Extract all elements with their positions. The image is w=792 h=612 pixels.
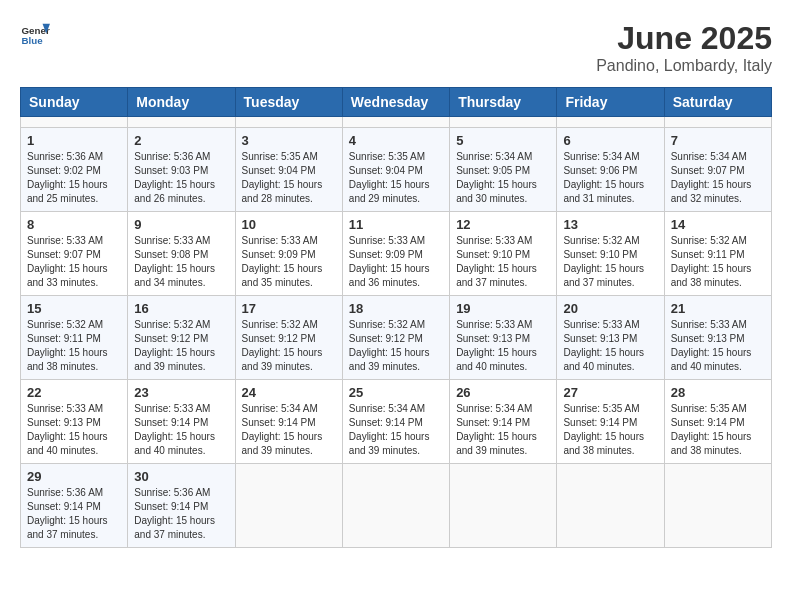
day-number: 3 <box>242 133 336 148</box>
calendar-cell: 22Sunrise: 5:33 AMSunset: 9:13 PMDayligh… <box>21 380 128 464</box>
calendar-week-4: 15Sunrise: 5:32 AMSunset: 9:11 PMDayligh… <box>21 296 772 380</box>
day-info: Sunrise: 5:35 AMSunset: 9:04 PMDaylight:… <box>349 150 443 206</box>
day-info: Sunrise: 5:33 AMSunset: 9:13 PMDaylight:… <box>456 318 550 374</box>
weekday-header-thursday: Thursday <box>450 88 557 117</box>
calendar-cell: 3Sunrise: 5:35 AMSunset: 9:04 PMDaylight… <box>235 128 342 212</box>
calendar-week-2: 1Sunrise: 5:36 AMSunset: 9:02 PMDaylight… <box>21 128 772 212</box>
calendar-cell <box>557 117 664 128</box>
day-info: Sunrise: 5:34 AMSunset: 9:14 PMDaylight:… <box>456 402 550 458</box>
calendar-cell <box>128 117 235 128</box>
day-info: Sunrise: 5:33 AMSunset: 9:10 PMDaylight:… <box>456 234 550 290</box>
calendar-cell: 19Sunrise: 5:33 AMSunset: 9:13 PMDayligh… <box>450 296 557 380</box>
day-info: Sunrise: 5:36 AMSunset: 9:14 PMDaylight:… <box>134 486 228 542</box>
day-number: 24 <box>242 385 336 400</box>
day-number: 16 <box>134 301 228 316</box>
weekday-header-sunday: Sunday <box>21 88 128 117</box>
day-info: Sunrise: 5:33 AMSunset: 9:14 PMDaylight:… <box>134 402 228 458</box>
calendar-cell <box>21 117 128 128</box>
calendar-cell <box>557 464 664 548</box>
day-number: 19 <box>456 301 550 316</box>
calendar-cell: 26Sunrise: 5:34 AMSunset: 9:14 PMDayligh… <box>450 380 557 464</box>
calendar-week-1 <box>21 117 772 128</box>
calendar-cell: 15Sunrise: 5:32 AMSunset: 9:11 PMDayligh… <box>21 296 128 380</box>
logo-icon: General Blue <box>20 20 50 50</box>
calendar-cell: 16Sunrise: 5:32 AMSunset: 9:12 PMDayligh… <box>128 296 235 380</box>
calendar-cell: 6Sunrise: 5:34 AMSunset: 9:06 PMDaylight… <box>557 128 664 212</box>
calendar-cell <box>235 117 342 128</box>
day-number: 25 <box>349 385 443 400</box>
day-info: Sunrise: 5:32 AMSunset: 9:12 PMDaylight:… <box>242 318 336 374</box>
day-number: 12 <box>456 217 550 232</box>
day-number: 29 <box>27 469 121 484</box>
calendar-title: June 2025 <box>596 20 772 57</box>
day-info: Sunrise: 5:33 AMSunset: 9:13 PMDaylight:… <box>563 318 657 374</box>
day-info: Sunrise: 5:33 AMSunset: 9:08 PMDaylight:… <box>134 234 228 290</box>
calendar-table: SundayMondayTuesdayWednesdayThursdayFrid… <box>20 87 772 548</box>
day-info: Sunrise: 5:36 AMSunset: 9:03 PMDaylight:… <box>134 150 228 206</box>
calendar-cell: 30Sunrise: 5:36 AMSunset: 9:14 PMDayligh… <box>128 464 235 548</box>
day-number: 13 <box>563 217 657 232</box>
calendar-cell: 7Sunrise: 5:34 AMSunset: 9:07 PMDaylight… <box>664 128 771 212</box>
day-info: Sunrise: 5:35 AMSunset: 9:14 PMDaylight:… <box>563 402 657 458</box>
calendar-cell: 1Sunrise: 5:36 AMSunset: 9:02 PMDaylight… <box>21 128 128 212</box>
day-number: 21 <box>671 301 765 316</box>
day-number: 20 <box>563 301 657 316</box>
weekday-header-saturday: Saturday <box>664 88 771 117</box>
calendar-cell <box>342 464 449 548</box>
calendar-cell: 17Sunrise: 5:32 AMSunset: 9:12 PMDayligh… <box>235 296 342 380</box>
calendar-week-3: 8Sunrise: 5:33 AMSunset: 9:07 PMDaylight… <box>21 212 772 296</box>
calendar-cell: 28Sunrise: 5:35 AMSunset: 9:14 PMDayligh… <box>664 380 771 464</box>
day-number: 14 <box>671 217 765 232</box>
day-number: 2 <box>134 133 228 148</box>
day-info: Sunrise: 5:32 AMSunset: 9:11 PMDaylight:… <box>27 318 121 374</box>
day-info: Sunrise: 5:34 AMSunset: 9:05 PMDaylight:… <box>456 150 550 206</box>
day-info: Sunrise: 5:32 AMSunset: 9:10 PMDaylight:… <box>563 234 657 290</box>
calendar-cell: 14Sunrise: 5:32 AMSunset: 9:11 PMDayligh… <box>664 212 771 296</box>
day-number: 17 <box>242 301 336 316</box>
calendar-cell <box>342 117 449 128</box>
calendar-cell: 25Sunrise: 5:34 AMSunset: 9:14 PMDayligh… <box>342 380 449 464</box>
day-info: Sunrise: 5:33 AMSunset: 9:09 PMDaylight:… <box>242 234 336 290</box>
day-info: Sunrise: 5:33 AMSunset: 9:09 PMDaylight:… <box>349 234 443 290</box>
calendar-cell <box>450 464 557 548</box>
calendar-week-6: 29Sunrise: 5:36 AMSunset: 9:14 PMDayligh… <box>21 464 772 548</box>
day-number: 15 <box>27 301 121 316</box>
calendar-cell: 9Sunrise: 5:33 AMSunset: 9:08 PMDaylight… <box>128 212 235 296</box>
day-number: 10 <box>242 217 336 232</box>
day-info: Sunrise: 5:32 AMSunset: 9:11 PMDaylight:… <box>671 234 765 290</box>
day-number: 5 <box>456 133 550 148</box>
calendar-cell: 24Sunrise: 5:34 AMSunset: 9:14 PMDayligh… <box>235 380 342 464</box>
calendar-cell: 18Sunrise: 5:32 AMSunset: 9:12 PMDayligh… <box>342 296 449 380</box>
weekday-header-row: SundayMondayTuesdayWednesdayThursdayFrid… <box>21 88 772 117</box>
calendar-cell: 13Sunrise: 5:32 AMSunset: 9:10 PMDayligh… <box>557 212 664 296</box>
calendar-cell: 21Sunrise: 5:33 AMSunset: 9:13 PMDayligh… <box>664 296 771 380</box>
day-info: Sunrise: 5:33 AMSunset: 9:13 PMDaylight:… <box>27 402 121 458</box>
svg-text:Blue: Blue <box>22 35 44 46</box>
day-info: Sunrise: 5:36 AMSunset: 9:14 PMDaylight:… <box>27 486 121 542</box>
calendar-cell: 5Sunrise: 5:34 AMSunset: 9:05 PMDaylight… <box>450 128 557 212</box>
calendar-cell: 20Sunrise: 5:33 AMSunset: 9:13 PMDayligh… <box>557 296 664 380</box>
calendar-cell <box>664 117 771 128</box>
day-number: 11 <box>349 217 443 232</box>
day-info: Sunrise: 5:34 AMSunset: 9:14 PMDaylight:… <box>349 402 443 458</box>
day-number: 9 <box>134 217 228 232</box>
weekday-header-friday: Friday <box>557 88 664 117</box>
logo: General Blue <box>20 20 50 50</box>
header: General Blue June 2025 Pandino, Lombardy… <box>20 20 772 75</box>
day-number: 26 <box>456 385 550 400</box>
calendar-cell <box>664 464 771 548</box>
calendar-week-5: 22Sunrise: 5:33 AMSunset: 9:13 PMDayligh… <box>21 380 772 464</box>
calendar-subtitle: Pandino, Lombardy, Italy <box>596 57 772 75</box>
day-info: Sunrise: 5:33 AMSunset: 9:13 PMDaylight:… <box>671 318 765 374</box>
day-number: 7 <box>671 133 765 148</box>
day-info: Sunrise: 5:33 AMSunset: 9:07 PMDaylight:… <box>27 234 121 290</box>
calendar-cell: 29Sunrise: 5:36 AMSunset: 9:14 PMDayligh… <box>21 464 128 548</box>
day-info: Sunrise: 5:35 AMSunset: 9:04 PMDaylight:… <box>242 150 336 206</box>
day-info: Sunrise: 5:34 AMSunset: 9:07 PMDaylight:… <box>671 150 765 206</box>
day-info: Sunrise: 5:35 AMSunset: 9:14 PMDaylight:… <box>671 402 765 458</box>
day-number: 18 <box>349 301 443 316</box>
weekday-header-tuesday: Tuesday <box>235 88 342 117</box>
day-number: 6 <box>563 133 657 148</box>
day-number: 4 <box>349 133 443 148</box>
day-number: 27 <box>563 385 657 400</box>
